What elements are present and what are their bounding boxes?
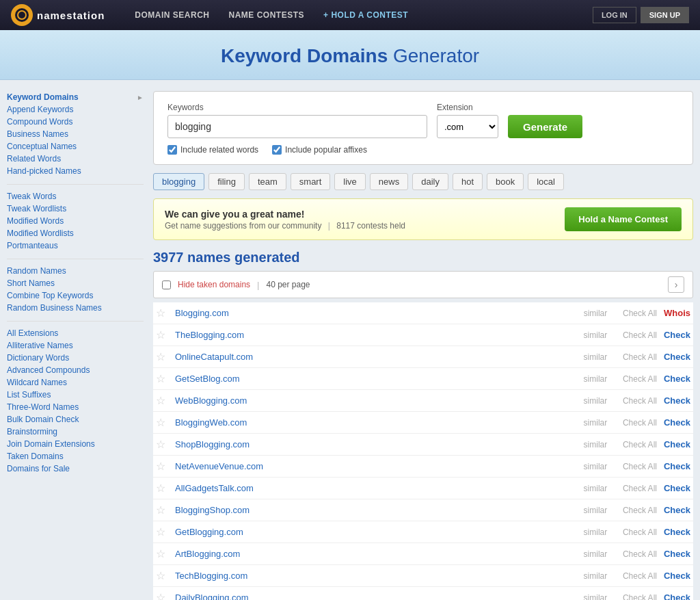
sidebar-item-domains-for-sale[interactable]: Domains for Sale bbox=[7, 462, 144, 475]
check-link[interactable]: Check bbox=[664, 505, 690, 515]
favorite-star-icon[interactable]: ☆ bbox=[156, 504, 170, 517]
related-words-checkbox[interactable] bbox=[167, 145, 177, 155]
sidebar-item-combine-top[interactable]: Combine Top Keywords bbox=[7, 289, 144, 302]
keyword-tag[interactable]: book bbox=[487, 173, 524, 190]
sidebar-item-advanced-compounds[interactable]: Advanced Compounds bbox=[7, 364, 144, 376]
domain-name[interactable]: GetBlogging.com bbox=[175, 527, 568, 537]
hide-taken-checkbox[interactable] bbox=[162, 281, 171, 289]
check-all-link[interactable]: Check All bbox=[623, 484, 657, 493]
check-link[interactable]: Check bbox=[664, 395, 690, 406]
check-all-link[interactable]: Check All bbox=[623, 571, 657, 581]
sidebar-item-modified-wordlists[interactable]: Modified Wordlists bbox=[7, 227, 144, 239]
check-all-link[interactable]: Check All bbox=[623, 374, 657, 384]
favorite-star-icon[interactable]: ☆ bbox=[156, 394, 170, 407]
sidebar-item-dictionary-words[interactable]: Dictionary Words bbox=[7, 352, 144, 364]
nav-name-contests[interactable]: NAME CONTESTS bbox=[219, 0, 314, 30]
sidebar-item-handpicked-names[interactable]: Hand-picked Names bbox=[7, 165, 144, 177]
sidebar-item-tweak-wordlists[interactable]: Tweak Wordlists bbox=[7, 203, 144, 215]
check-all-link[interactable]: Check All bbox=[623, 418, 657, 428]
check-all-link[interactable]: Check All bbox=[623, 506, 657, 515]
domain-name[interactable]: TechBlogging.com bbox=[175, 571, 568, 581]
check-all-link[interactable]: Check All bbox=[623, 330, 657, 340]
keyword-tag[interactable]: news bbox=[370, 173, 408, 190]
sidebar-item-wildcard-names[interactable]: Wildcard Names bbox=[7, 376, 144, 389]
sidebar-item-alliterative-names[interactable]: Alliterative Names bbox=[7, 339, 144, 352]
keyword-tag[interactable]: filing bbox=[208, 173, 245, 190]
keyword-tag[interactable]: local bbox=[528, 173, 564, 190]
nav-domain-search[interactable]: DOMAIN SEARCH bbox=[125, 0, 219, 30]
check-link[interactable]: Check bbox=[664, 549, 690, 559]
nav-hold-contest[interactable]: + HOLD A CONTEST bbox=[314, 0, 418, 30]
sidebar-item-random-names[interactable]: Random Names bbox=[7, 265, 144, 277]
favorite-star-icon[interactable]: ☆ bbox=[156, 460, 170, 473]
domain-name[interactable]: Blogging.com bbox=[175, 308, 568, 318]
sidebar-item-modified-words[interactable]: Modified Words bbox=[7, 215, 144, 227]
check-link[interactable]: Check bbox=[664, 439, 690, 449]
sidebar-item-brainstorming[interactable]: Brainstorming bbox=[7, 426, 144, 438]
sidebar-item-business-names[interactable]: Business Names bbox=[7, 128, 144, 140]
keyword-tag[interactable]: daily bbox=[412, 173, 448, 190]
extension-select[interactable]: .com .net .org .io bbox=[437, 115, 498, 138]
domain-name[interactable]: OnlineCatapult.com bbox=[175, 352, 568, 362]
keyword-input[interactable] bbox=[167, 115, 427, 138]
favorite-star-icon[interactable]: ☆ bbox=[156, 416, 170, 429]
keyword-tag[interactable]: live bbox=[334, 173, 366, 190]
keyword-tag[interactable]: hot bbox=[453, 173, 483, 190]
favorite-star-icon[interactable]: ☆ bbox=[156, 591, 170, 600]
hold-contest-button[interactable]: Hold a Name Contest bbox=[565, 207, 682, 231]
keyword-tag[interactable]: team bbox=[249, 173, 286, 190]
check-link[interactable]: Check bbox=[664, 483, 690, 493]
domain-name[interactable]: TheBlogging.com bbox=[175, 330, 568, 340]
favorite-star-icon[interactable]: ☆ bbox=[156, 438, 170, 451]
favorite-star-icon[interactable]: ☆ bbox=[156, 372, 170, 385]
favorite-star-icon[interactable]: ☆ bbox=[156, 482, 170, 495]
sidebar-item-join-extensions[interactable]: Join Domain Extensions bbox=[7, 438, 144, 450]
generate-button[interactable]: Generate bbox=[508, 115, 582, 138]
favorite-star-icon[interactable]: ☆ bbox=[156, 525, 170, 538]
sidebar-item-list-suffixes[interactable]: List Suffixes bbox=[7, 389, 144, 401]
signup-button[interactable]: SIGN UP bbox=[641, 7, 689, 23]
sidebar-item-tweak-words[interactable]: Tweak Words bbox=[7, 190, 144, 203]
check-all-link[interactable]: Check All bbox=[623, 593, 657, 601]
check-all-link[interactable]: Check All bbox=[623, 440, 657, 449]
sidebar-item-related-words[interactable]: Related Words bbox=[7, 153, 144, 165]
check-all-link[interactable]: Check All bbox=[623, 352, 657, 362]
check-link[interactable]: Check bbox=[664, 352, 690, 362]
domain-name[interactable]: ShopBlogging.com bbox=[175, 439, 568, 449]
favorite-star-icon[interactable]: ☆ bbox=[156, 306, 170, 319]
sidebar-item-conceptual-names[interactable]: Conceptual Names bbox=[7, 140, 144, 153]
keyword-tag[interactable]: smart bbox=[291, 173, 331, 190]
sidebar-item-compound-words[interactable]: Compound Words bbox=[7, 116, 144, 128]
domain-name[interactable]: GetSetBlog.com bbox=[175, 374, 568, 384]
domain-name[interactable]: BloggingShop.com bbox=[175, 505, 568, 515]
favorite-star-icon[interactable]: ☆ bbox=[156, 569, 170, 582]
popular-affixes-checkbox-label[interactable]: Include popular affixes bbox=[272, 145, 367, 155]
check-all-link[interactable]: Check All bbox=[623, 527, 657, 537]
check-link[interactable]: Check bbox=[664, 417, 690, 428]
favorite-star-icon[interactable]: ☆ bbox=[156, 328, 170, 341]
sidebar-item-keyword-domains[interactable]: Keyword Domains ► bbox=[7, 91, 144, 103]
favorite-star-icon[interactable]: ☆ bbox=[156, 547, 170, 560]
domain-name[interactable]: AllGadgetsTalk.com bbox=[175, 483, 568, 493]
check-link[interactable]: Check bbox=[664, 461, 690, 471]
related-words-checkbox-label[interactable]: Include related words bbox=[167, 145, 258, 155]
domain-name[interactable]: ArtBlogging.com bbox=[175, 549, 568, 559]
sidebar-item-all-extensions[interactable]: All Extensions bbox=[7, 327, 144, 339]
domain-name[interactable]: WebBlogging.com bbox=[175, 395, 568, 406]
filter-arrow-button[interactable]: › bbox=[668, 276, 684, 293]
sidebar-item-bulk-domain[interactable]: Bulk Domain Check bbox=[7, 413, 144, 426]
login-button[interactable]: LOG IN bbox=[593, 7, 636, 23]
domain-name[interactable]: DailyBlogging.com bbox=[175, 592, 568, 600]
domain-name[interactable]: NetAvenueVenue.com bbox=[175, 461, 568, 471]
check-all-link[interactable]: Check All bbox=[623, 549, 657, 559]
check-all-link[interactable]: Check All bbox=[623, 396, 657, 406]
popular-affixes-checkbox[interactable] bbox=[272, 145, 282, 155]
check-link[interactable]: Check bbox=[664, 527, 690, 537]
check-all-link[interactable]: Check All bbox=[623, 462, 657, 471]
hide-taken-label[interactable]: Hide taken domains bbox=[178, 280, 250, 289]
sidebar-item-taken-domains[interactable]: Taken Domains bbox=[7, 450, 144, 462]
sidebar-item-three-word[interactable]: Three-Word Names bbox=[7, 401, 144, 413]
check-link[interactable]: Check bbox=[664, 571, 690, 581]
check-link[interactable]: Check bbox=[664, 592, 690, 600]
sidebar-item-append-keywords[interactable]: Append Keywords bbox=[7, 103, 144, 116]
